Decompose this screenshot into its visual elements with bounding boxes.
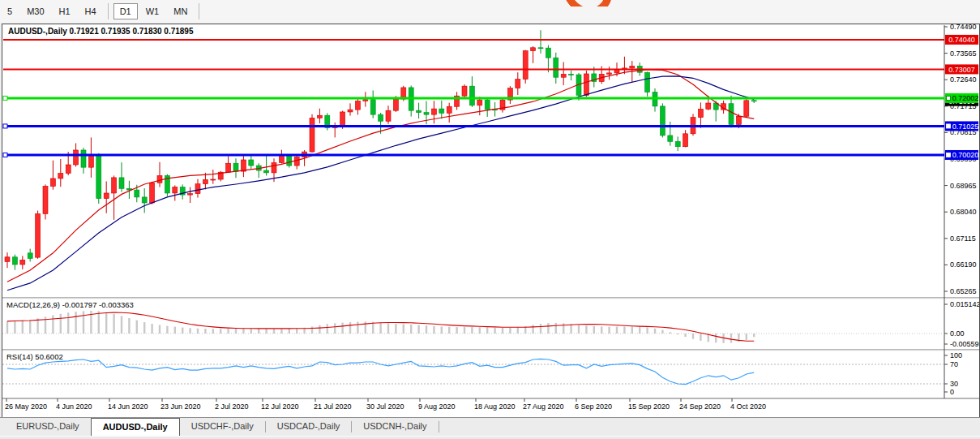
price-badge-0.74040[interactable]: 0.74040 bbox=[945, 35, 978, 45]
macd-label: MACD(12,26,9) -0.001797 -0.003363 bbox=[6, 300, 134, 309]
chart-tab-usdchf-daily[interactable]: USDCHF-,Daily bbox=[180, 418, 265, 436]
macd-bar bbox=[327, 324, 328, 334]
macd-bar bbox=[532, 325, 533, 334]
macd-bar bbox=[417, 325, 419, 334]
badge-handle bbox=[947, 96, 951, 100]
macd-bar bbox=[410, 325, 412, 334]
macd-bar bbox=[670, 332, 671, 334]
candle bbox=[20, 260, 25, 265]
macd-bar bbox=[623, 327, 625, 334]
macd-bar bbox=[197, 329, 199, 334]
price-badge-0.70020[interactable]: 0.70020 bbox=[945, 150, 978, 160]
timeframe-button-m30[interactable]: M30 bbox=[20, 3, 50, 19]
timeframe-button-h4[interactable]: H4 bbox=[79, 3, 103, 19]
chart-tab-audusd-daily[interactable]: AUDUSD-,Daily bbox=[91, 418, 180, 436]
macd-bar bbox=[379, 322, 381, 334]
candle bbox=[348, 110, 353, 112]
macd-bar bbox=[631, 326, 633, 334]
candle bbox=[355, 101, 360, 110]
candle bbox=[660, 106, 665, 136]
timeframe-button-5[interactable]: 5 bbox=[1, 3, 19, 19]
candle bbox=[607, 73, 612, 74]
time-tick-label: 12 Jul 2020 bbox=[261, 402, 299, 411]
candle bbox=[249, 160, 254, 166]
candle bbox=[294, 157, 299, 166]
macd-bar bbox=[646, 327, 648, 334]
candle bbox=[744, 101, 749, 116]
logo-swoosh-icon bbox=[559, 0, 623, 6]
candle bbox=[477, 100, 482, 105]
badge-handle bbox=[947, 124, 951, 128]
timeframe-button-d1[interactable]: D1 bbox=[113, 3, 138, 19]
time-axis[interactable]: 26 May 20204 Jun 202014 Jun 202023 Jun 2… bbox=[5, 398, 766, 411]
timeframe-button-mn[interactable]: MN bbox=[167, 3, 194, 19]
candle bbox=[546, 48, 550, 58]
price-tick-label: 0.73565 bbox=[950, 49, 977, 58]
candle bbox=[12, 257, 17, 265]
macd-bar bbox=[296, 329, 297, 334]
macd-bar bbox=[426, 325, 427, 334]
macd-bar bbox=[746, 334, 747, 340]
timeframe-button-w1[interactable]: W1 bbox=[139, 3, 166, 19]
macd-bar bbox=[730, 334, 732, 343]
candle bbox=[112, 178, 117, 193]
macd-bar bbox=[684, 334, 686, 337]
timeframe-toolbar: 5M30H1H4D1W1MN bbox=[0, 0, 980, 23]
macd-bar bbox=[189, 328, 190, 334]
macd-bar bbox=[753, 334, 755, 337]
price-tick-label: 0.65265 bbox=[950, 287, 977, 295]
badge-handle bbox=[947, 153, 951, 157]
macd-bar bbox=[357, 322, 358, 334]
line-handle[interactable] bbox=[3, 124, 7, 128]
candle bbox=[424, 113, 429, 114]
macd-bar bbox=[593, 326, 595, 334]
macd-bar bbox=[349, 322, 351, 334]
candle bbox=[531, 48, 536, 51]
candle bbox=[233, 163, 238, 171]
candle bbox=[287, 156, 292, 166]
chart-canvas[interactable]: 0.744900.735650.726400.717150.708150.698… bbox=[2, 24, 980, 418]
macd-bar bbox=[151, 324, 152, 334]
candle bbox=[50, 179, 55, 187]
price-badge-0.72002[interactable]: 0.72002 bbox=[945, 93, 978, 103]
candle bbox=[157, 175, 162, 183]
time-tick-label: 27 Aug 2020 bbox=[523, 402, 564, 411]
macd-bar bbox=[166, 326, 168, 334]
macd-bar bbox=[212, 329, 214, 334]
chart-tab-usdcad-daily[interactable]: USDCAD-,Daily bbox=[266, 418, 352, 436]
candle bbox=[104, 193, 109, 199]
timeframe-button-h1[interactable]: H1 bbox=[53, 3, 77, 19]
candle bbox=[736, 116, 741, 124]
macd-bar bbox=[341, 323, 343, 334]
macd-bar bbox=[67, 312, 69, 334]
macd-bar bbox=[98, 311, 100, 334]
candle bbox=[516, 80, 520, 88]
macd-bar bbox=[433, 326, 434, 334]
candle bbox=[683, 134, 688, 147]
rsi-pane bbox=[2, 359, 944, 384]
chart-tab-eurusd-daily[interactable]: EURUSD-,Daily bbox=[5, 418, 91, 436]
price-badge-0.71025[interactable]: 0.71025 bbox=[945, 121, 978, 131]
macd-bar bbox=[128, 318, 130, 334]
macd-bar bbox=[204, 329, 206, 334]
candle bbox=[584, 74, 588, 96]
macd-bar bbox=[608, 327, 610, 334]
chart-tab-usdcnh-daily[interactable]: USDCNH-,Daily bbox=[352, 418, 438, 436]
macd-bar bbox=[311, 326, 313, 334]
time-tick-label: 24 Sep 2020 bbox=[679, 402, 721, 411]
line-handle[interactable] bbox=[3, 96, 7, 100]
macd-bar bbox=[464, 327, 465, 334]
macd-bar bbox=[182, 328, 183, 334]
price-axis[interactable]: 0.744900.735650.726400.717150.708150.698… bbox=[944, 24, 980, 396]
price-tick-label: 0.74490 bbox=[950, 24, 977, 31]
badge-text: 0.74040 bbox=[948, 36, 975, 44]
candle bbox=[58, 174, 63, 179]
line-handle[interactable] bbox=[3, 153, 7, 157]
macd-bar bbox=[52, 315, 53, 334]
candle bbox=[150, 183, 155, 203]
macd-bar bbox=[570, 324, 571, 334]
macd-bar bbox=[471, 327, 473, 334]
candle bbox=[370, 100, 375, 114]
price-badge-0.73007[interactable]: 0.73007 bbox=[945, 64, 978, 74]
macd-bar bbox=[616, 327, 618, 334]
